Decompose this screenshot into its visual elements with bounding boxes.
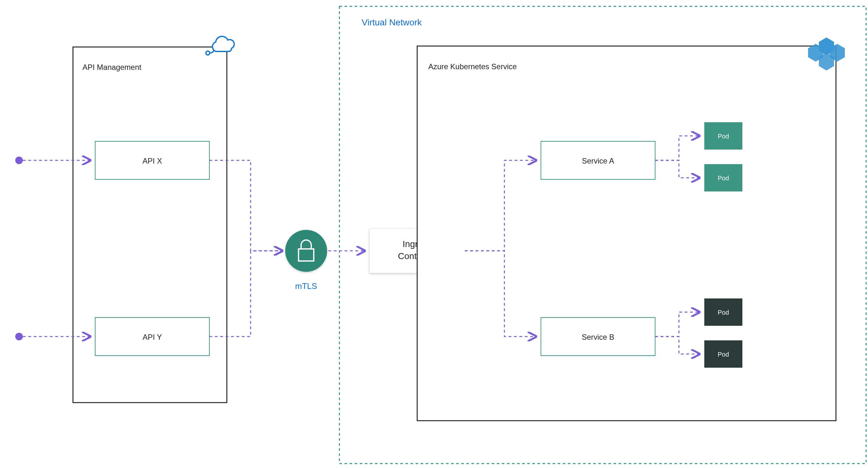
svg-point-4: [285, 230, 327, 272]
pod-a2: Pod: [704, 164, 742, 192]
aks-title: Azure Kubernetes Service: [428, 62, 517, 71]
pod-b1: Pod: [704, 298, 742, 326]
pod-b1-label: Pod: [718, 309, 729, 316]
service-a-label: Service A: [582, 156, 614, 165]
aks-container: Azure Kubernetes Service: [417, 37, 845, 421]
api-y-label: API Y: [143, 333, 162, 341]
mtls-icon: mTLS: [285, 230, 327, 291]
api-x-label: API X: [143, 156, 162, 165]
svg-point-1: [206, 51, 210, 55]
api-x-box: API X: [95, 141, 209, 179]
service-b-label: Service B: [582, 333, 615, 341]
pod-a1-label: Pod: [718, 133, 729, 140]
pod-a2-label: Pod: [718, 175, 729, 182]
pod-b2-label: Pod: [718, 351, 729, 358]
vnet-title: Virtual Network: [362, 18, 422, 27]
service-a-box: Service A: [541, 141, 655, 179]
mtls-label: mTLS: [295, 281, 317, 291]
pod-a1: Pod: [704, 122, 742, 150]
api-y-box: API Y: [95, 318, 209, 356]
entry-dot-y: [15, 333, 23, 340]
svg-rect-8: [417, 46, 836, 421]
entry-dot-x: [15, 156, 23, 164]
pod-b2: Pod: [704, 340, 742, 368]
apim-title: API Management: [83, 63, 142, 71]
service-b-box: Service B: [541, 318, 655, 356]
